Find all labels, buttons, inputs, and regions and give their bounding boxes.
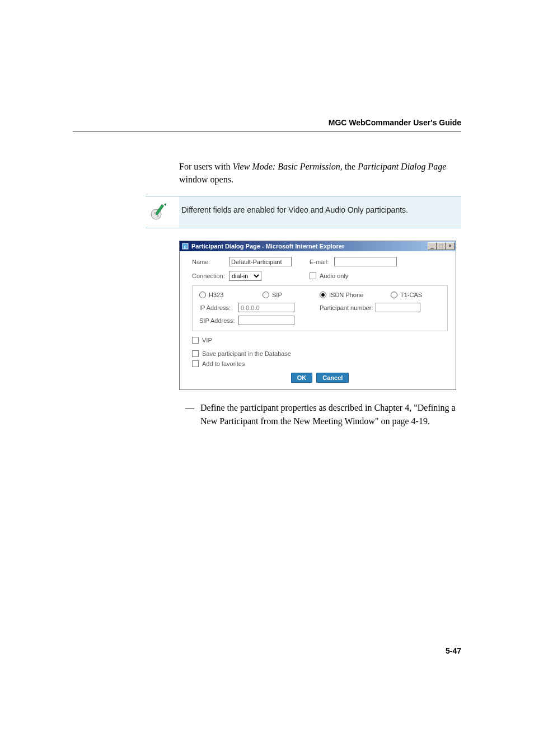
vip-label: VIP [202,337,212,344]
participant-dialog-window: e Participant Dialog Page - Microsoft In… [179,241,456,390]
connection-select[interactable]: dial-in [229,271,261,281]
bullet-paragraph: — Define the participant properties as d… [179,401,461,427]
isdn-label: ISDN Phone [329,292,391,298]
protocol-group: H323 SIP IP Address: SIP Address: [192,285,448,331]
svg-text:e: e [184,244,186,250]
note-callout: Different fields are enabled for Video a… [146,196,461,228]
add-fav-checkbox[interactable] [192,360,199,367]
isdn-radio[interactable] [320,292,326,298]
ip-address-label: IP Address: [199,304,238,311]
note-text: Different fields are enabled for Video a… [174,202,411,218]
svg-marker-2 [164,203,166,206]
page-header-title: MGC WebCommander User's Guide [329,118,461,127]
ie-icon: e [181,242,189,250]
sip-address-input[interactable] [238,316,294,325]
cancel-button[interactable]: Cancel [316,373,349,383]
note-icon [146,202,174,222]
ip-address-input[interactable] [238,303,294,312]
titlebar-text: Participant Dialog Page - Microsoft Inte… [191,243,428,250]
intro-italic-2: Participant Dialog Page [358,162,446,171]
titlebar: e Participant Dialog Page - Microsoft In… [180,241,456,251]
intro-mid: the [343,162,358,171]
intro-suffix: window opens. [179,175,233,184]
svg-point-4 [157,215,159,217]
intro-italic-1: View Mode: Basic Permission, [233,162,343,171]
connection-label: Connection: [192,273,229,279]
save-db-checkbox[interactable] [192,350,199,357]
minimize-button[interactable]: _ [428,242,437,250]
sip-address-label: SIP Address: [199,317,238,324]
vip-checkbox[interactable] [192,337,199,344]
sip-radio[interactable] [263,292,269,298]
add-fav-label: Add to favorites [202,360,245,367]
svg-point-3 [154,212,156,214]
page-number: 5-47 [446,646,461,655]
participant-number-label: Participant number: [320,304,376,311]
t1cas-label: T1-CAS [400,292,422,298]
intro-paragraph: For users with View Mode: Basic Permissi… [179,160,461,186]
h323-label: H323 [209,292,263,298]
ok-button[interactable]: OK [291,373,313,383]
audio-only-checkbox[interactable] [310,273,316,279]
audio-only-label: Audio only [320,273,348,279]
email-input[interactable] [334,257,397,266]
t1cas-radio[interactable] [391,292,397,298]
bullet-dash: — [179,401,200,427]
sip-label: SIP [272,292,282,298]
participant-number-input[interactable] [376,303,420,312]
close-button[interactable]: × [446,242,455,250]
email-label: E-mail: [310,259,334,265]
save-db-label: Save participant in the Database [202,350,291,357]
name-label: Name: [192,259,229,265]
h323-radio[interactable] [199,292,206,298]
intro-prefix: For users with [179,162,233,171]
bullet-text: Define the participant properties as des… [200,401,461,427]
maximize-button[interactable]: □ [437,242,446,250]
header-rule [73,131,461,132]
name-input[interactable] [229,257,292,266]
